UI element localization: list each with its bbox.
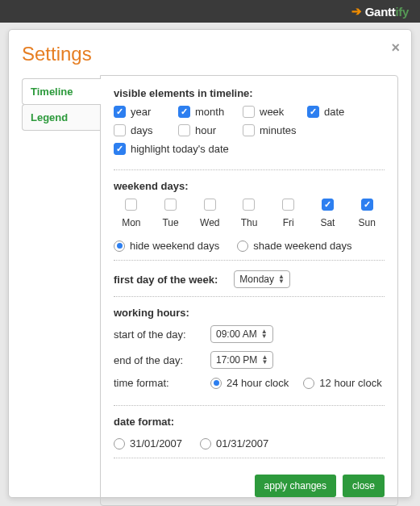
radio-12h[interactable]: 12 hour clock — [303, 377, 381, 389]
checkbox-date[interactable] — [307, 106, 319, 118]
label-12h: 12 hour clock — [319, 377, 381, 389]
checkbox-week[interactable] — [243, 106, 255, 118]
divider — [114, 296, 385, 297]
checkbox-hour[interactable] — [178, 124, 190, 136]
radio-shade-weekend[interactable]: shade weekend days — [237, 240, 351, 252]
end-time-value: 17:00 PM — [216, 354, 257, 366]
end-label: end of the day: — [114, 354, 210, 366]
label-days: days — [131, 124, 152, 136]
radio-hide-weekend[interactable]: hide weekend days — [114, 240, 219, 252]
checkbox-minutes[interactable] — [243, 124, 255, 136]
checkbox-tue[interactable] — [164, 199, 177, 211]
label-tue: Tue — [162, 217, 178, 228]
radio-24h[interactable]: 24 hour clock — [210, 377, 289, 389]
label-date-dmy: 31/01/2007 — [130, 437, 182, 450]
start-label: start of the day: — [114, 328, 210, 341]
label-minutes: minutes — [260, 124, 297, 136]
brand-mark-icon: ➔ — [351, 4, 362, 19]
time-format-label: time format: — [114, 377, 210, 389]
label-sun: Sun — [358, 217, 375, 228]
checkbox-wed[interactable] — [204, 199, 216, 211]
checkbox-sat[interactable] — [322, 199, 334, 211]
start-time-value: 09:00 AM — [216, 328, 257, 340]
divider — [114, 405, 385, 406]
weekend-days-row: Mon Tue Wed Thu Fri Sat Sun — [114, 199, 385, 228]
radio-icon — [237, 240, 248, 252]
label-highlight-today: highlight today's date — [131, 143, 229, 155]
hours-title: working hours: — [114, 307, 385, 319]
brand-text: Ganttify — [365, 5, 409, 19]
divider — [114, 458, 385, 458]
divider — [114, 169, 385, 170]
radio-icon — [200, 438, 211, 450]
first-day-row: first day of the week: Monday▲▼ — [114, 270, 385, 288]
close-button[interactable]: close — [343, 475, 385, 497]
label-week: week — [260, 106, 284, 118]
start-time-select[interactable]: 09:00 AM▲▼ — [210, 325, 273, 343]
settings-modal: × Settings Timeline Legend visible eleme… — [8, 29, 412, 498]
label-month: month — [195, 106, 224, 118]
modal-footer: apply changes close — [114, 468, 385, 497]
label-fri: Fri — [283, 217, 294, 228]
radio-date-mdy[interactable]: 01/31/2007 — [200, 437, 268, 450]
label-hide-weekend: hide weekend days — [130, 240, 219, 252]
label-date: date — [324, 106, 344, 118]
checkbox-year[interactable] — [114, 106, 126, 118]
brand-logo: ➔ Ganttify — [351, 4, 409, 19]
radio-date-dmy[interactable]: 31/01/2007 — [114, 437, 182, 450]
datefmt-title: date format: — [114, 416, 385, 428]
apply-button[interactable]: apply changes — [255, 475, 336, 497]
app-topbar: ➔ Ganttify — [0, 0, 420, 23]
label-date-mdy: 01/31/2007 — [216, 437, 268, 450]
checkbox-mon[interactable] — [125, 199, 137, 211]
divider — [114, 260, 385, 261]
first-day-select[interactable]: Monday▲▼ — [234, 270, 290, 288]
modal-title: Settings — [22, 43, 398, 65]
visible-options: year month week date days hour minutes h… — [114, 106, 385, 161]
label-year: year — [131, 106, 151, 118]
updown-icon: ▲▼ — [261, 355, 268, 365]
label-24h: 24 hour clock — [227, 377, 289, 389]
label-thu: Thu — [241, 217, 258, 228]
updown-icon: ▲▼ — [261, 329, 268, 339]
close-icon[interactable]: × — [391, 40, 400, 56]
checkbox-thu[interactable] — [243, 199, 255, 211]
label-hour: hour — [195, 124, 216, 136]
label-mon: Mon — [122, 217, 140, 228]
weekend-title: weekend days: — [114, 180, 385, 192]
checkbox-fri[interactable] — [282, 199, 294, 211]
checkbox-sun[interactable] — [361, 199, 373, 211]
checkbox-days[interactable] — [114, 124, 126, 136]
label-shade-weekend: shade weekend days — [253, 240, 351, 252]
first-day-label: first day of the week: — [114, 274, 218, 286]
first-day-value: Monday — [239, 274, 274, 285]
visible-title: visible elements in timeline: — [114, 87, 385, 99]
radio-icon — [303, 378, 314, 389]
label-sat: Sat — [320, 217, 335, 228]
radio-icon — [114, 240, 125, 252]
checkbox-month[interactable] — [178, 106, 190, 118]
end-time-select[interactable]: 17:00 PM▲▼ — [210, 351, 273, 369]
radio-icon — [210, 378, 222, 389]
updown-icon: ▲▼ — [278, 274, 285, 284]
tab-legend[interactable]: Legend — [22, 104, 101, 131]
settings-panel: visible elements in timeline: year month… — [100, 75, 398, 506]
label-wed: Wed — [200, 217, 219, 228]
checkbox-highlight-today[interactable] — [114, 143, 126, 155]
radio-icon — [114, 438, 125, 450]
settings-tabs: Timeline Legend — [22, 75, 101, 506]
tab-timeline[interactable]: Timeline — [22, 78, 101, 105]
